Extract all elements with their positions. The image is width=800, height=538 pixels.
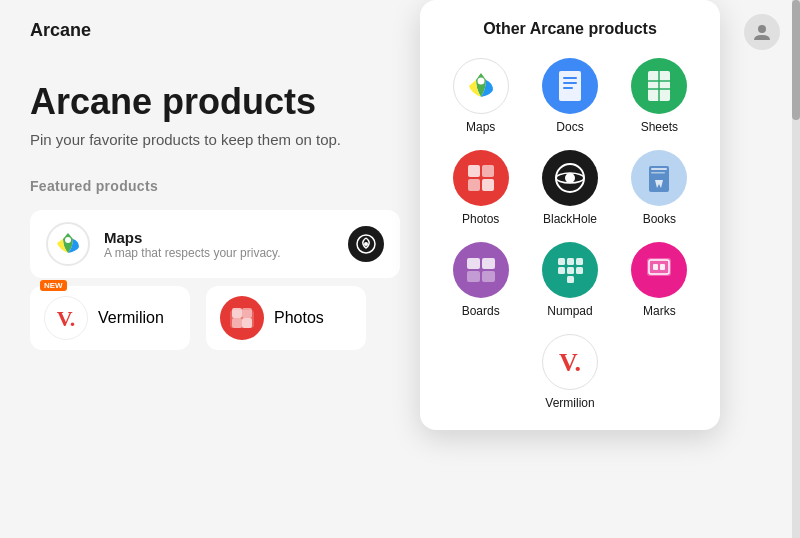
maps-product-name: Maps [104, 229, 281, 246]
svg-rect-7 [242, 308, 252, 318]
list-item[interactable]: NEW V. Vermilion [30, 286, 190, 350]
grid-product-books[interactable]: Books [631, 150, 687, 226]
maps-product-icon [46, 222, 90, 266]
svg-rect-31 [482, 258, 495, 269]
avatar-button[interactable] [744, 14, 780, 50]
grid-marks-icon [631, 242, 687, 298]
grid-maps-label: Maps [466, 120, 495, 134]
grid-maps-icon [453, 58, 509, 114]
app-logo: Arcane [30, 20, 91, 41]
svg-rect-35 [567, 258, 574, 265]
products-grid: Maps Docs [440, 58, 700, 410]
grid-blackhole-icon [542, 150, 598, 206]
svg-rect-6 [232, 308, 242, 318]
svg-rect-44 [660, 264, 665, 270]
svg-rect-38 [567, 267, 574, 274]
svg-rect-13 [563, 77, 577, 79]
grid-docs-label: Docs [556, 120, 583, 134]
list-item[interactable]: Photos [206, 286, 366, 350]
svg-rect-15 [563, 87, 573, 89]
svg-rect-36 [576, 258, 583, 265]
svg-rect-22 [468, 179, 480, 191]
photos-name: Photos [274, 309, 324, 327]
grid-product-marks[interactable]: Marks [631, 242, 687, 318]
svg-rect-8 [232, 318, 242, 328]
new-badge: NEW [40, 280, 67, 291]
vermilion-name: Vermilion [98, 309, 164, 327]
svg-point-1 [65, 237, 71, 243]
grid-photos-icon [453, 150, 509, 206]
svg-rect-30 [467, 258, 480, 269]
svg-rect-9 [242, 318, 252, 328]
svg-point-25 [565, 173, 575, 183]
svg-rect-21 [482, 165, 494, 177]
grid-boards-icon [453, 242, 509, 298]
svg-point-11 [477, 78, 484, 85]
svg-point-10 [758, 25, 766, 33]
svg-rect-14 [563, 82, 577, 84]
main-content: Arcane Arcane products Pin your favorite… [0, 0, 800, 538]
grid-blackhole-label: BlackHole [543, 212, 597, 226]
grid-docs-icon [542, 58, 598, 114]
photos-icon [220, 296, 264, 340]
svg-rect-34 [558, 258, 565, 265]
grid-numpad-icon [542, 242, 598, 298]
svg-rect-28 [651, 168, 667, 170]
grid-product-boards[interactable]: Boards [453, 242, 509, 318]
svg-rect-23 [482, 179, 494, 191]
grid-vermilion-icon: V. [542, 334, 598, 390]
svg-rect-43 [653, 264, 658, 270]
svg-text:V.: V. [559, 348, 581, 377]
svg-rect-29 [651, 172, 665, 174]
grid-vermilion-label: Vermilion [545, 396, 594, 410]
scrollbar-thumb[interactable] [792, 0, 800, 120]
svg-rect-37 [558, 267, 565, 274]
svg-point-3 [364, 242, 368, 246]
scrollbar-track [792, 0, 800, 538]
grid-product-docs[interactable]: Docs [542, 58, 598, 134]
grid-numpad-label: Numpad [547, 304, 592, 318]
svg-rect-33 [482, 271, 495, 282]
maps-product-desc: A map that respects your privacy. [104, 246, 281, 260]
svg-rect-40 [567, 276, 574, 283]
dropdown-title: Other Arcane products [440, 20, 700, 38]
vermilion-icon: V. [44, 296, 88, 340]
svg-rect-32 [467, 271, 480, 282]
svg-text:V.: V. [57, 306, 76, 331]
grid-product-photos[interactable]: Photos [453, 150, 509, 226]
grid-books-label: Books [643, 212, 676, 226]
grid-sheets-label: Sheets [641, 120, 678, 134]
grid-photos-label: Photos [462, 212, 499, 226]
grid-books-icon [631, 150, 687, 206]
grid-product-vermilion[interactable]: V. Vermilion [542, 334, 598, 410]
grid-sheets-icon [631, 58, 687, 114]
grid-product-sheets[interactable]: Sheets [631, 58, 687, 134]
grid-boards-label: Boards [462, 304, 500, 318]
dropdown-panel: Other Arcane products Maps [420, 0, 720, 430]
list-item[interactable]: Maps A map that respects your privacy. [30, 210, 400, 278]
grid-product-maps[interactable]: Maps [453, 58, 509, 134]
svg-rect-20 [468, 165, 480, 177]
svg-rect-39 [576, 267, 583, 274]
pin-button[interactable] [348, 226, 384, 262]
grid-product-numpad[interactable]: Numpad [542, 242, 598, 318]
maps-product-info: Maps A map that respects your privacy. [104, 229, 281, 260]
grid-marks-label: Marks [643, 304, 676, 318]
svg-rect-12 [559, 71, 581, 101]
grid-product-blackhole[interactable]: BlackHole [542, 150, 598, 226]
